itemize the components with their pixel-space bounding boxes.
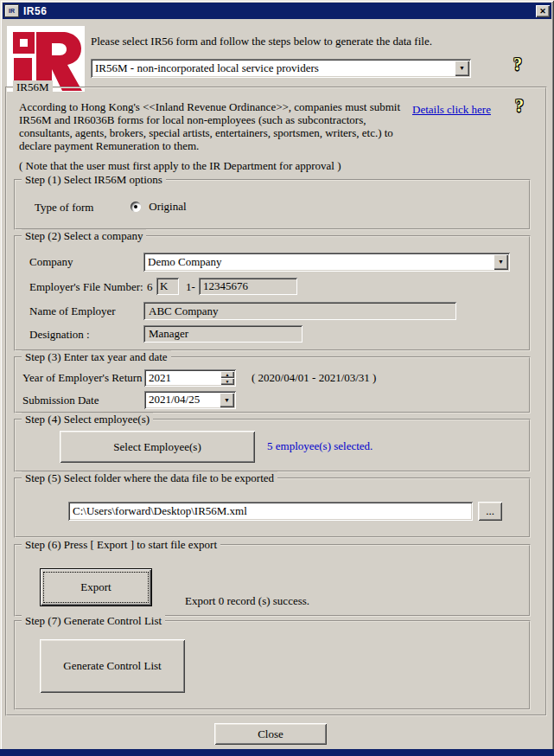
ir56m-description: According to Hong Kong's <<Inland Revenu… bbox=[19, 100, 410, 152]
header-instruction: Please select IR56 form and follow the s… bbox=[91, 35, 488, 48]
step6-label: Step (6) Press [ Export ] to start file … bbox=[22, 538, 220, 552]
title-bar: IR IR56 ✕ bbox=[3, 3, 551, 19]
export-status: Export 0 record (s) success. bbox=[185, 594, 309, 608]
browse-button[interactable]: ... bbox=[478, 502, 502, 521]
window-title: IR56 bbox=[23, 5, 536, 17]
chevron-down-icon: ▼ bbox=[459, 65, 465, 72]
app-icon-text: IR bbox=[9, 8, 15, 14]
form-select-arrow: ▼ bbox=[455, 61, 469, 76]
submission-date-arrow: ▼ bbox=[220, 393, 234, 407]
export-button[interactable]: Export bbox=[40, 568, 152, 606]
submission-label: Submission Date bbox=[22, 394, 99, 407]
step3-group: Step (3) Enter tax year and date Year of… bbox=[14, 356, 531, 413]
step3-label: Step (3) Enter tax year and date bbox=[22, 350, 171, 364]
approval-note: ( Note that the user must first apply to… bbox=[19, 159, 341, 173]
step2-label: Step (2) Select a company bbox=[22, 229, 146, 243]
original-radio[interactable] bbox=[131, 202, 141, 212]
employees-selected-status: 5 employee(s) selected. bbox=[267, 439, 373, 453]
designation-label: Designation : bbox=[29, 328, 90, 342]
company-select[interactable]: Demo Company ▼ bbox=[143, 253, 510, 272]
step4-label: Step (4) Select employee(s) bbox=[22, 413, 153, 426]
generate-control-list-button[interactable]: Generate Control List bbox=[40, 639, 185, 693]
ir56m-group: IR56M According to Hong Kong's <<Inland … bbox=[5, 86, 547, 716]
year-range: ( 2020/04/01 - 2021/03/31 ) bbox=[252, 371, 376, 385]
chevron-down-icon: ▼ bbox=[498, 259, 504, 266]
company-select-value: Demo Company bbox=[143, 253, 510, 272]
spin-down-icon[interactable]: ▼ bbox=[220, 378, 234, 385]
step1-group: Step (1) Select IR56M options Type of fo… bbox=[14, 179, 531, 230]
year-label: Year of Employer's Return bbox=[22, 371, 143, 385]
details-link[interactable]: Details click here bbox=[412, 103, 491, 117]
year-spinner[interactable]: 2021 ▲ ▼ bbox=[144, 369, 236, 387]
step4-group: Step (4) Select employee(s) Select Emplo… bbox=[14, 419, 531, 472]
select-employees-button[interactable]: Select Employee(s) bbox=[60, 431, 255, 463]
step5-group: Step (5) Select folder where the data fi… bbox=[14, 477, 531, 538]
help-icon-top[interactable]: ? bbox=[513, 55, 522, 73]
step1-label: Step (1) Select IR56M options bbox=[22, 173, 166, 187]
close-icon[interactable]: ✕ bbox=[536, 5, 550, 17]
company-label: Company bbox=[29, 255, 73, 269]
step7-group: Step (7) Generate Control List Generate … bbox=[14, 620, 531, 710]
help-icon-group[interactable]: ? bbox=[515, 97, 524, 114]
original-radio-label: Original bbox=[149, 200, 186, 213]
step7-label: Step (7) Generate Control List bbox=[22, 614, 165, 628]
file-number-value-box: 12345676 bbox=[199, 278, 297, 295]
submission-date-select[interactable]: 2021/04/25 ▼ bbox=[144, 391, 236, 409]
file-number-sep: 1- bbox=[186, 280, 195, 294]
company-select-arrow: ▼ bbox=[494, 254, 508, 270]
step6-group: Step (6) Press [ Export ] to start file … bbox=[14, 544, 531, 617]
type-of-form-label: Type of form bbox=[35, 201, 93, 215]
form-select-value: IR56M - non-incorporated local service p… bbox=[91, 59, 471, 78]
close-button[interactable]: Close bbox=[214, 723, 327, 745]
ir56-dialog: IR IR56 ✕ Please select IR56 form and fo… bbox=[0, 0, 554, 756]
app-icon: IR bbox=[4, 4, 19, 17]
type-of-form-options: Original bbox=[131, 200, 187, 214]
file-number-prefix: 6 bbox=[147, 280, 153, 294]
ir56m-group-label: IR56M bbox=[13, 80, 53, 94]
step2-group: Step (2) Select a company Company Demo C… bbox=[14, 235, 531, 351]
employer-name-label: Name of Employer bbox=[29, 304, 116, 318]
form-select[interactable]: IR56M - non-incorporated local service p… bbox=[91, 59, 471, 78]
employer-name-box: ABC Company bbox=[143, 302, 456, 320]
bottom-edge bbox=[0, 749, 554, 756]
designation-box: Manager bbox=[143, 325, 302, 343]
file-number-section-box: K bbox=[156, 278, 179, 295]
file-number-label: Employer's File Number: bbox=[29, 280, 143, 294]
step5-label: Step (5) Select folder where the data fi… bbox=[22, 471, 277, 485]
chevron-down-icon: ▼ bbox=[224, 397, 230, 404]
export-path-input[interactable] bbox=[68, 502, 473, 521]
spin-up-icon[interactable]: ▲ bbox=[220, 371, 234, 378]
